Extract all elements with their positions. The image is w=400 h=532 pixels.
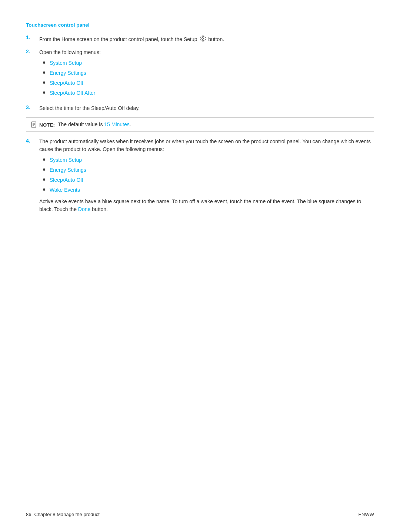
step-4-done-link[interactable]: Done	[78, 206, 90, 212]
steps-list: 1. From the Home screen on the product c…	[26, 34, 374, 112]
bullet-icon	[43, 168, 45, 171]
step-4-sublist: System Setup Energy Settings Sleep/Auto …	[43, 156, 374, 194]
step-4-content: The product automatically wakes when it …	[39, 138, 374, 213]
step-2-text: Open the following menus:	[39, 49, 101, 55]
step-1-number: 1.	[26, 34, 39, 40]
note-text-after: .	[130, 121, 131, 127]
sub-item-sleep-auto-off-after: Sleep/Auto Off After	[43, 89, 374, 97]
sub-item-energy-settings-label[interactable]: Energy Settings	[50, 69, 86, 77]
sub-item-4-wake-events: Wake Events	[43, 186, 374, 194]
sub-item-4-wake-events-label[interactable]: Wake Events	[50, 186, 80, 194]
step-4-para: Active wake events have a blue square ne…	[39, 198, 374, 213]
sub-item-4-sleep-auto-off: Sleep/Auto Off	[43, 176, 374, 184]
step-2-sublist: System Setup Energy Settings Sleep/Auto …	[43, 59, 374, 97]
sub-item-4-energy-settings: Energy Settings	[43, 166, 374, 174]
step-1-text-before: From the Home screen on the product cont…	[39, 36, 197, 42]
step-4-para-after: button.	[90, 206, 108, 212]
step-4: 4. The product automatically wakes when …	[26, 138, 374, 213]
sub-item-4-sleep-auto-off-label[interactable]: Sleep/Auto Off	[50, 176, 83, 184]
sub-item-sleep-auto-off-after-label[interactable]: Sleep/Auto Off After	[50, 89, 95, 97]
step-3-text: Select the time for the Sleep/Auto Off d…	[39, 105, 140, 111]
page-footer: 86 Chapter 8 Manage the product ENWW	[26, 512, 374, 517]
note-link-text[interactable]: 15 Minutes	[104, 121, 129, 127]
section-heading: Touchscreen control panel	[26, 22, 374, 28]
note-document-icon	[30, 121, 38, 128]
bullet-icon	[43, 178, 45, 181]
note-icon-container: NOTE:	[30, 121, 55, 128]
bullet-icon	[43, 61, 45, 64]
step-2-number: 2.	[26, 48, 39, 54]
step-4-text: The product automatically wakes when it …	[39, 138, 371, 152]
step-3-number: 3.	[26, 104, 39, 110]
step-1-content: From the Home screen on the product cont…	[39, 34, 374, 43]
footer-left: 86 Chapter 8 Manage the product	[26, 512, 100, 517]
step-1-text-after: button.	[208, 36, 224, 42]
bullet-icon	[43, 81, 45, 84]
footer-chapter-text: Chapter 8 Manage the product	[34, 512, 99, 517]
setup-icon	[199, 35, 206, 42]
bullet-icon	[43, 91, 45, 94]
step-4-number: 4.	[26, 138, 39, 144]
sub-item-4-system-setup: System Setup	[43, 156, 374, 164]
sub-item-system-setup: System Setup	[43, 59, 374, 67]
footer-page-number: 86	[26, 512, 31, 517]
step-3: 3. Select the time for the Sleep/Auto Of…	[26, 104, 374, 112]
note-text-before: The default value is	[58, 121, 104, 127]
note-label: NOTE:	[39, 122, 55, 128]
step-3-content: Select the time for the Sleep/Auto Off d…	[39, 104, 374, 112]
bullet-icon	[43, 158, 45, 161]
step-2: 2. Open the following menus: System Setu…	[26, 48, 374, 99]
bullet-icon	[43, 188, 45, 191]
note-box: NOTE: The default value is 15 Minutes.	[26, 117, 374, 132]
page-container: Touchscreen control panel 1. From the Ho…	[0, 0, 400, 248]
sub-item-4-energy-settings-label[interactable]: Energy Settings	[50, 166, 86, 174]
step-2-content: Open the following menus: System Setup E…	[39, 48, 374, 99]
step4-list: 4. The product automatically wakes when …	[26, 138, 374, 213]
step-1: 1. From the Home screen on the product c…	[26, 34, 374, 43]
sub-item-4-system-setup-label[interactable]: System Setup	[50, 156, 82, 164]
bullet-icon	[43, 71, 45, 74]
sub-item-system-setup-label[interactable]: System Setup	[50, 59, 82, 67]
sub-item-energy-settings: Energy Settings	[43, 69, 374, 77]
footer-right-text: ENWW	[358, 512, 374, 517]
note-content: The default value is 15 Minutes.	[58, 121, 131, 128]
sub-item-sleep-auto-off: Sleep/Auto Off	[43, 79, 374, 87]
sub-item-sleep-auto-off-label[interactable]: Sleep/Auto Off	[50, 79, 83, 87]
